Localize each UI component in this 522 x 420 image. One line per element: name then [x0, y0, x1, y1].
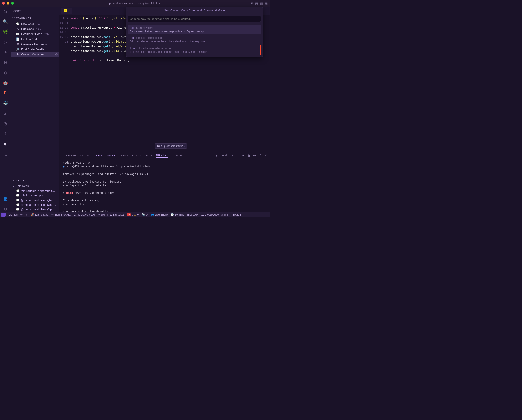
terminal-shell-label[interactable]: node [222, 154, 228, 157]
panel-tab-more-icon[interactable]: ⋯ [186, 153, 189, 158]
chat-group-label: This week [16, 184, 29, 188]
window-close-icon[interactable] [2, 2, 5, 5]
terminal-body[interactable]: Node.js v20.14.0 ● anon@0XAnon megatron-… [59, 159, 270, 212]
panel-tab-problems[interactable]: PROBLEMS [63, 153, 77, 158]
panel-close-icon[interactable]: ✕ [265, 154, 267, 157]
more-icon[interactable]: ⋯ [264, 9, 268, 13]
cmd-custom-command[interactable]: › 🛠 Custom Command... ⚙ [11, 52, 59, 57]
window-title: practitioner.route.js — megatron-kliniko… [109, 2, 161, 5]
jira-signin[interactable]: ↪ Sign in to Jira [51, 213, 71, 216]
share-icon[interactable]: ⤴ [3, 131, 8, 137]
cody-task-icon[interactable]: ◐ [3, 70, 8, 75]
extensions-icon[interactable]: ◳ [3, 50, 8, 55]
panel-tab-search-error[interactable]: SEARCH ERROR [132, 153, 152, 158]
cmd-shortcut: ⌥D [44, 33, 49, 35]
opt-sub: Start new chat [136, 26, 153, 30]
palette-option-edit[interactable]: Edit Replace selected code Edit the sele… [128, 35, 261, 44]
chevron-down-icon: ﹀ [12, 17, 15, 20]
terminal-split-dropdown-icon[interactable]: ⌄ [237, 154, 239, 157]
cmd-document-code[interactable]: 📖 Document Code ⌥D [11, 31, 59, 37]
commands-section-head[interactable]: ﹀ COMMANDS [11, 15, 59, 21]
active-issue[interactable]: ⊘ No active issue [74, 213, 95, 216]
chat-item[interactable]: 💭@megatron-klinikos @au… [11, 202, 59, 207]
problems-count[interactable]: ⊗ 0 ⚠ 0 [127, 213, 139, 216]
line-gutter: 8 9 10 11 12 13 14 15 16 17 18 [59, 15, 70, 152]
blackbox[interactable]: Blackbox [187, 213, 198, 216]
cmd-generate-tests[interactable]: ⊞ Generate Unit Tests [11, 42, 59, 47]
panel-tab-debug-console[interactable]: DEBUG CONSOLE [94, 153, 116, 158]
search-icon: 🔎 [16, 48, 20, 51]
layout-customize-icon[interactable]: ▦ [265, 2, 268, 5]
doc-icon: 📄 [16, 38, 20, 41]
tab-practitioner-route[interactable]: JS [61, 8, 72, 14]
cmd-edit-code[interactable]: ✎ Edit Code ⌥K [11, 26, 59, 31]
cloud-code[interactable]: ☁ Cloud Code - Sign in [201, 213, 229, 216]
palette-input[interactable] [128, 16, 261, 22]
activity-bar: 🗂 🔍 🌿 ▷ ◳ 🖥 ◐ 🤖 B 🐳 ▲ ◔ ⤴ ☻ … 👤 ⚙ [0, 7, 11, 212]
term-line: Run `npm audit` for details. [63, 210, 110, 212]
remote-indicator[interactable]: ⡠ [1, 213, 6, 217]
panel-tab-output[interactable]: OUTPUT [80, 153, 90, 158]
branch-name: main* [13, 213, 20, 216]
chats-section-head[interactable]: ﹀ CHATS [11, 177, 59, 183]
prompt-dot-icon: ● [63, 165, 65, 168]
ai-assist-icon[interactable]: ◔ [3, 121, 8, 126]
panel-tab-ports[interactable]: PORTS [120, 153, 128, 158]
live-share[interactable]: 👥 Live Share [151, 213, 168, 216]
account-icon[interactable]: 👤 [3, 196, 8, 202]
ports-forwarded[interactable]: 📡 0 [142, 213, 147, 216]
atlas-icon[interactable]: ▲ [3, 111, 8, 116]
layout-secondary-icon[interactable]: ◫ [260, 2, 263, 5]
terminal-kill-icon[interactable]: 🗑 [247, 154, 250, 157]
search-status[interactable]: Search [232, 213, 241, 216]
bitbucket-signin[interactable]: ↪ Sign in to Bitbucket [98, 213, 124, 216]
palette-option-insert[interactable]: Insert Insert above selected code Edit t… [128, 45, 261, 55]
chat-item[interactable]: 💭@megatron-klinikos @pr… [11, 207, 59, 212]
tab-filename [69, 9, 69, 12]
time-indicator[interactable]: 🕐 10 mins [171, 213, 184, 216]
bottom-panel: PROBLEMS OUTPUT DEBUG CONSOLE PORTS SEAR… [59, 152, 270, 212]
search-icon[interactable]: 🔍 [3, 19, 8, 24]
layout-panel-icon[interactable]: ▤ [255, 2, 258, 5]
cmd-find-smells[interactable]: 🔎 Find Code Smells [11, 47, 59, 52]
chat-item[interactable]: 💭@megatron-klinikos @au… [11, 198, 59, 202]
sidebar: CODY ⋯ ﹀ COMMANDS 💬 New Chat ⌥L ✎ Edit C… [11, 7, 59, 212]
terminal-ai-icon[interactable]: ✦ [242, 154, 245, 157]
chat-group-this-week[interactable]: ⌄ This week [11, 183, 59, 189]
run-debug-icon[interactable]: ▷ [3, 39, 8, 45]
chat-title: @megatron-klinikos @au… [21, 203, 56, 206]
window-zoom-icon[interactable] [11, 2, 14, 5]
terminal-more-icon[interactable]: ⋯ [253, 154, 256, 157]
panel-tab-gitlens[interactable]: GITLENS [172, 153, 182, 158]
panel-tab-terminal[interactable]: TERMINAL [156, 153, 168, 158]
explorer-icon[interactable]: 🗂 [3, 9, 8, 14]
chat-bubble-icon: 💭 [16, 189, 20, 192]
chat-item[interactable]: 💭this is the snippet [11, 193, 59, 198]
b-ext-icon[interactable]: B [3, 90, 8, 96]
window-icon: ⊞ [16, 43, 20, 46]
settings-icon[interactable]: ⚙ [3, 206, 8, 212]
bot-icon[interactable]: 🤖 [3, 80, 8, 85]
more-ext-icon[interactable]: … [3, 152, 8, 157]
source-control-icon[interactable]: 🌿 [3, 29, 8, 35]
terminal-new-icon[interactable]: ＋ [231, 153, 234, 158]
cmd-new-chat[interactable]: 💬 New Chat ⌥L [11, 21, 59, 26]
gear-icon[interactable]: ⚙ [55, 53, 58, 56]
docker-icon[interactable]: 🐳 [3, 100, 8, 106]
cody-icon[interactable]: ☻ [3, 141, 8, 147]
chevron-down-icon: ⌄ [12, 184, 14, 187]
remote-icon[interactable]: 🖥 [3, 60, 8, 65]
launchpad[interactable]: 🚀 Launchpad [31, 213, 48, 216]
layout-primary-icon[interactable]: ▣ [250, 2, 253, 5]
cmd-explain-code[interactable]: 📄 Explain Code [11, 37, 59, 42]
git-branch[interactable]: ⎇ main* ⟳ [9, 213, 23, 216]
chat-item[interactable]: 💭this variable is showing t… [11, 189, 59, 193]
cmd-shortcut: ⌥K [36, 27, 40, 30]
panel-maximize-icon[interactable]: ＾ [259, 153, 262, 158]
window-minimize-icon[interactable] [7, 2, 9, 5]
palette-option-ask[interactable]: Ask Start new chat Start a new chat and … [128, 25, 261, 34]
term-line: 57 packages are looking for funding [63, 180, 121, 183]
sidebar-more-icon[interactable]: ⋯ [53, 9, 57, 13]
git-graph-icon[interactable]: ⋔ [26, 213, 28, 216]
terminal-shell-icon[interactable]: ▸_ [216, 154, 220, 157]
